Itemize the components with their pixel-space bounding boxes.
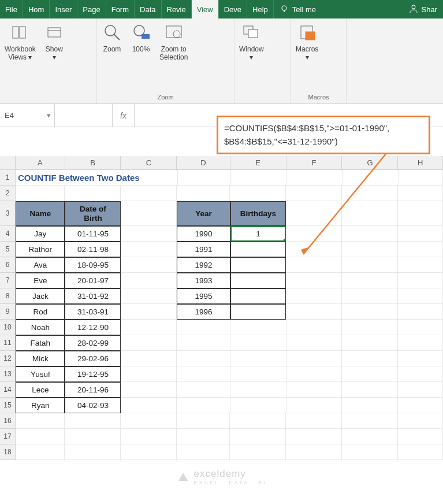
cell[interactable] <box>230 304 286 320</box>
cell[interactable] <box>178 170 231 186</box>
select-all-corner[interactable] <box>0 156 16 169</box>
row-header[interactable]: 2 <box>0 186 16 201</box>
cell[interactable] <box>230 335 286 351</box>
cell[interactable] <box>398 288 443 304</box>
cell[interactable] <box>177 429 230 444</box>
cell[interactable]: Ava <box>16 257 65 273</box>
cell[interactable] <box>342 288 398 304</box>
macros-button[interactable]: Macros ▾ <box>296 22 318 62</box>
cell[interactable] <box>121 186 177 201</box>
row-header[interactable]: 11 <box>0 335 16 351</box>
cell[interactable] <box>121 257 177 273</box>
cell[interactable] <box>398 320 443 335</box>
tab-view[interactable]: View <box>192 0 219 18</box>
cell[interactable] <box>230 444 286 460</box>
row-header[interactable]: 3 <box>0 201 16 226</box>
cell[interactable] <box>177 351 230 366</box>
col-header-H[interactable]: H <box>398 156 443 169</box>
cell[interactable] <box>286 242 342 257</box>
cell[interactable] <box>65 413 121 429</box>
cell[interactable] <box>286 366 343 382</box>
cell[interactable]: 1995 <box>177 288 230 304</box>
cell[interactable] <box>286 273 342 288</box>
col-header-C[interactable]: C <box>121 156 177 169</box>
cell[interactable] <box>121 201 177 226</box>
cell[interactable]: 31-03-91 <box>65 304 121 320</box>
cell[interactable]: Jay <box>16 226 65 242</box>
col-header-F[interactable]: F <box>286 156 343 169</box>
row-header[interactable]: 5 <box>0 242 16 257</box>
insert-function-button[interactable]: fx <box>113 104 135 127</box>
cell[interactable] <box>286 170 343 186</box>
row-header[interactable]: 12 <box>0 351 16 366</box>
col-header-B[interactable]: B <box>65 156 121 169</box>
cell[interactable]: 1991 <box>177 242 230 257</box>
cell[interactable] <box>121 351 177 366</box>
cell[interactable]: Name <box>16 201 65 226</box>
row-header[interactable]: 10 <box>0 320 16 335</box>
cell[interactable] <box>398 242 443 257</box>
row-header[interactable]: 16 <box>0 413 16 429</box>
cell[interactable] <box>342 186 398 201</box>
cell[interactable] <box>286 444 342 460</box>
col-header-G[interactable]: G <box>342 156 398 169</box>
cell[interactable] <box>230 398 286 413</box>
zoom-100-button[interactable]: 100% <box>131 22 151 53</box>
fill-handle[interactable] <box>284 239 286 242</box>
cell[interactable] <box>342 201 398 226</box>
cell[interactable]: Noah <box>16 320 65 335</box>
cell[interactable] <box>121 413 177 429</box>
cell[interactable]: 18-09-95 <box>65 257 121 273</box>
tab-data[interactable]: Data <box>135 0 161 18</box>
cell[interactable] <box>230 320 286 335</box>
tab-review[interactable]: Revie <box>162 0 192 18</box>
cell[interactable]: Lece <box>16 382 65 398</box>
zoom-selection-button[interactable]: Zoom to Selection <box>159 22 188 62</box>
cell[interactable] <box>398 186 443 201</box>
tab-insert[interactable]: Inser <box>50 0 77 18</box>
tab-developer[interactable]: Deve <box>219 0 247 18</box>
cell[interactable] <box>122 170 178 186</box>
cell[interactable] <box>342 242 398 257</box>
cell[interactable] <box>65 444 121 460</box>
cell[interactable] <box>16 186 65 201</box>
cell[interactable] <box>177 444 230 460</box>
cell[interactable] <box>230 288 286 304</box>
cell[interactable] <box>342 382 398 398</box>
cell[interactable]: COUNTIF Between Two Dates <box>16 170 66 186</box>
cell[interactable] <box>286 304 342 320</box>
cell[interactable] <box>342 413 398 429</box>
cell[interactable] <box>230 273 286 288</box>
cell[interactable]: 20-01-97 <box>65 273 121 288</box>
cell[interactable]: 19-12-95 <box>65 366 121 382</box>
cell[interactable]: 1993 <box>177 273 230 288</box>
chevron-down-icon[interactable]: ▾ <box>44 111 53 120</box>
cell[interactable] <box>398 351 443 366</box>
cell[interactable] <box>121 335 177 351</box>
cell[interactable] <box>398 226 443 242</box>
cell[interactable] <box>230 186 286 201</box>
cell[interactable] <box>286 351 343 366</box>
cell[interactable] <box>121 288 177 304</box>
cell[interactable] <box>121 320 177 335</box>
cell[interactable] <box>121 429 177 444</box>
cell[interactable] <box>342 398 398 413</box>
cell[interactable] <box>230 382 286 398</box>
row-header[interactable]: 15 <box>0 398 16 413</box>
cell[interactable] <box>16 429 65 444</box>
cell[interactable] <box>286 320 343 335</box>
cell[interactable] <box>286 257 342 273</box>
cell[interactable] <box>286 398 343 413</box>
cell[interactable] <box>16 444 65 460</box>
tell-me[interactable]: Tell me <box>274 0 403 18</box>
cell[interactable] <box>121 382 177 398</box>
cell[interactable] <box>342 351 398 366</box>
cell[interactable]: Year <box>177 201 230 226</box>
cell[interactable] <box>398 444 443 460</box>
row-header[interactable]: 13 <box>0 366 16 382</box>
cell[interactable] <box>286 413 342 429</box>
cell[interactable] <box>66 170 122 186</box>
cell[interactable]: Eve <box>16 273 65 288</box>
cell[interactable] <box>398 398 443 413</box>
tab-page[interactable]: Page <box>77 0 106 18</box>
